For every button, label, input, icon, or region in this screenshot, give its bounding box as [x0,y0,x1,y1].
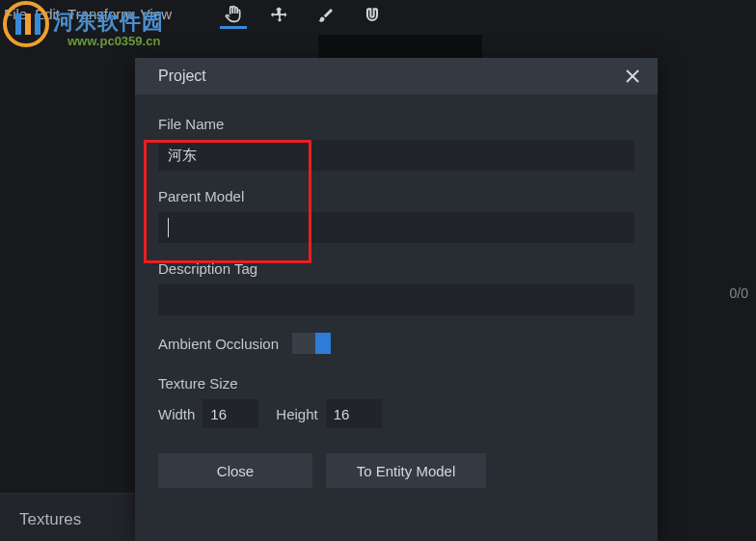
width-input[interactable] [202,399,258,428]
ambient-occlusion-toggle[interactable] [292,333,331,354]
move-tool-icon[interactable] [266,2,293,29]
magnet-tool-icon[interactable] [359,2,386,29]
close-icon[interactable] [621,65,644,88]
page-counter: 0/0 [730,285,748,301]
svg-rect-3 [35,14,40,35]
textures-tab[interactable]: Textures [19,510,81,529]
hand-tool-icon[interactable] [220,2,247,29]
watermark-logo [0,0,53,47]
file-name-input[interactable] [158,140,634,171]
file-name-group: File Name [158,116,634,171]
parent-model-input[interactable] [158,212,634,243]
dialog-body: File Name Parent Model Description Tag A… [135,95,658,509]
height-label: Height [276,406,317,422]
close-button[interactable]: Close [158,453,312,488]
height-input[interactable] [326,399,382,428]
parent-model-group: Parent Model [158,188,634,243]
file-name-label: File Name [158,116,634,132]
texture-size-label: Texture Size [158,375,634,392]
brush-tool-icon[interactable] [312,2,339,29]
watermark-url: www.pc0359.cn [68,34,160,48]
ambient-occlusion-label: Ambient Occlusion [158,336,279,352]
dialog-header: Project [135,58,658,95]
description-tag-input[interactable] [158,284,634,315]
text-cursor [168,218,169,237]
toolbar [220,2,386,29]
texture-size-group: Texture Size Width Height [158,375,634,428]
watermark-text: 河东软件园 [53,8,164,37]
project-dialog: Project File Name Parent Model Descripti… [135,58,658,541]
width-field: Width [158,399,258,428]
description-tag-label: Description Tag [158,260,634,277]
parent-model-label: Parent Model [158,188,634,204]
button-row: Close To Entity Model [158,453,634,488]
ambient-occlusion-row: Ambient Occlusion [158,333,634,354]
dialog-title: Project [158,68,206,85]
svg-rect-1 [15,14,21,35]
svg-rect-2 [25,14,31,35]
width-label: Width [158,406,195,422]
height-field: Height [276,399,381,428]
description-tag-group: Description Tag [158,260,634,315]
toggle-handle [315,333,331,354]
to-entity-model-button[interactable]: To Entity Model [326,453,486,488]
